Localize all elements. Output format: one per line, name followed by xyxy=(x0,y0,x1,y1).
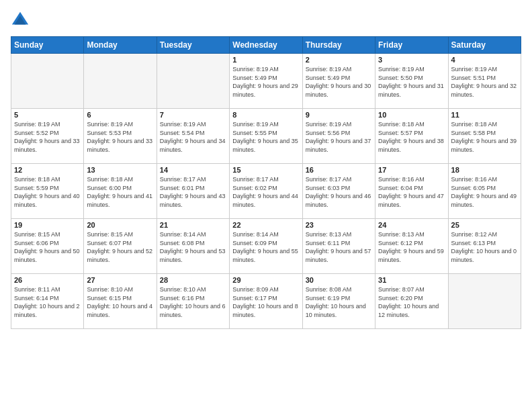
day-number: 6 xyxy=(87,111,153,119)
week-row-2: 5Sunrise: 8:19 AM Sunset: 5:52 PM Daylig… xyxy=(11,109,521,164)
day-info: Sunrise: 8:09 AM Sunset: 6:17 PM Dayligh… xyxy=(232,285,299,319)
week-row-1: 1Sunrise: 8:19 AM Sunset: 5:49 PM Daylig… xyxy=(11,54,521,109)
day-info: Sunrise: 8:19 AM Sunset: 5:55 PM Dayligh… xyxy=(232,120,299,154)
day-info: Sunrise: 8:18 AM Sunset: 5:57 PM Dayligh… xyxy=(378,120,445,154)
day-info: Sunrise: 8:18 AM Sunset: 6:00 PM Dayligh… xyxy=(87,175,153,209)
day-number: 2 xyxy=(306,56,372,64)
week-row-5: 26Sunrise: 8:11 AM Sunset: 6:14 PM Dayli… xyxy=(11,274,521,329)
day-number: 24 xyxy=(378,221,445,229)
day-number: 5 xyxy=(14,111,81,119)
weekday-header-wednesday: Wednesday xyxy=(230,37,302,54)
weekday-header-row: SundayMondayTuesdayWednesdayThursdayFrid… xyxy=(11,37,521,54)
day-number: 20 xyxy=(87,221,153,229)
day-cell: 29Sunrise: 8:09 AM Sunset: 6:17 PM Dayli… xyxy=(230,274,302,329)
day-cell: 28Sunrise: 8:10 AM Sunset: 6:16 PM Dayli… xyxy=(157,274,229,329)
day-info: Sunrise: 8:11 AM Sunset: 6:14 PM Dayligh… xyxy=(14,285,81,319)
day-cell xyxy=(84,54,157,109)
day-cell: 3Sunrise: 8:19 AM Sunset: 5:50 PM Daylig… xyxy=(375,54,448,109)
day-cell: 14Sunrise: 8:17 AM Sunset: 6:01 PM Dayli… xyxy=(157,164,229,219)
day-number: 13 xyxy=(87,166,153,174)
day-number: 26 xyxy=(14,276,81,284)
day-cell: 20Sunrise: 8:15 AM Sunset: 6:07 PM Dayli… xyxy=(84,219,157,274)
weekday-header-friday: Friday xyxy=(375,37,448,54)
day-cell: 30Sunrise: 8:08 AM Sunset: 6:19 PM Dayli… xyxy=(302,274,375,329)
day-number: 23 xyxy=(306,221,372,229)
day-cell xyxy=(157,54,229,109)
day-info: Sunrise: 8:08 AM Sunset: 6:19 PM Dayligh… xyxy=(306,285,372,319)
day-number: 7 xyxy=(160,111,226,119)
day-number: 4 xyxy=(451,56,518,64)
day-number: 25 xyxy=(451,221,518,229)
weekday-header-thursday: Thursday xyxy=(302,37,375,54)
day-info: Sunrise: 8:19 AM Sunset: 5:49 PM Dayligh… xyxy=(306,65,372,99)
day-cell: 10Sunrise: 8:18 AM Sunset: 5:57 PM Dayli… xyxy=(375,109,448,164)
day-number: 8 xyxy=(232,111,299,119)
day-cell: 23Sunrise: 8:13 AM Sunset: 6:11 PM Dayli… xyxy=(302,219,375,274)
day-number: 14 xyxy=(160,166,226,174)
day-number: 15 xyxy=(232,166,299,174)
day-number: 21 xyxy=(160,221,226,229)
weekday-header-tuesday: Tuesday xyxy=(157,37,229,54)
day-number: 16 xyxy=(306,166,372,174)
day-number: 22 xyxy=(232,221,299,229)
day-info: Sunrise: 8:12 AM Sunset: 6:13 PM Dayligh… xyxy=(451,230,518,264)
week-row-3: 12Sunrise: 8:18 AM Sunset: 5:59 PM Dayli… xyxy=(11,164,521,219)
day-info: Sunrise: 8:17 AM Sunset: 6:01 PM Dayligh… xyxy=(160,175,226,209)
header xyxy=(11,11,521,30)
day-cell: 17Sunrise: 8:16 AM Sunset: 6:04 PM Dayli… xyxy=(375,164,448,219)
day-info: Sunrise: 8:19 AM Sunset: 5:54 PM Dayligh… xyxy=(160,120,226,154)
day-info: Sunrise: 8:19 AM Sunset: 5:49 PM Dayligh… xyxy=(232,65,299,99)
calendar-table: SundayMondayTuesdayWednesdayThursdayFrid… xyxy=(11,36,521,329)
day-info: Sunrise: 8:19 AM Sunset: 5:50 PM Dayligh… xyxy=(378,65,445,99)
logo-icon xyxy=(11,11,30,30)
day-number: 31 xyxy=(378,276,445,284)
day-cell: 24Sunrise: 8:13 AM Sunset: 6:12 PM Dayli… xyxy=(375,219,448,274)
day-cell: 5Sunrise: 8:19 AM Sunset: 5:52 PM Daylig… xyxy=(11,109,84,164)
day-cell: 22Sunrise: 8:14 AM Sunset: 6:09 PM Dayli… xyxy=(230,219,302,274)
day-number: 11 xyxy=(451,111,518,119)
day-number: 28 xyxy=(160,276,226,284)
day-info: Sunrise: 8:10 AM Sunset: 6:15 PM Dayligh… xyxy=(87,285,153,319)
day-number: 19 xyxy=(14,221,81,229)
day-info: Sunrise: 8:17 AM Sunset: 6:03 PM Dayligh… xyxy=(306,175,372,209)
day-info: Sunrise: 8:18 AM Sunset: 5:58 PM Dayligh… xyxy=(451,120,518,154)
day-cell: 4Sunrise: 8:19 AM Sunset: 5:51 PM Daylig… xyxy=(448,54,521,109)
day-number: 10 xyxy=(378,111,445,119)
day-info: Sunrise: 8:10 AM Sunset: 6:16 PM Dayligh… xyxy=(160,285,226,319)
day-info: Sunrise: 8:14 AM Sunset: 6:08 PM Dayligh… xyxy=(160,230,226,264)
day-cell: 11Sunrise: 8:18 AM Sunset: 5:58 PM Dayli… xyxy=(448,109,521,164)
day-cell: 18Sunrise: 8:16 AM Sunset: 6:05 PM Dayli… xyxy=(448,164,521,219)
day-number: 27 xyxy=(87,276,153,284)
day-number: 29 xyxy=(232,276,299,284)
day-cell: 19Sunrise: 8:15 AM Sunset: 6:06 PM Dayli… xyxy=(11,219,84,274)
day-number: 17 xyxy=(378,166,445,174)
day-info: Sunrise: 8:19 AM Sunset: 5:52 PM Dayligh… xyxy=(14,120,81,154)
day-cell: 21Sunrise: 8:14 AM Sunset: 6:08 PM Dayli… xyxy=(157,219,229,274)
day-cell: 2Sunrise: 8:19 AM Sunset: 5:49 PM Daylig… xyxy=(302,54,375,109)
weekday-header-monday: Monday xyxy=(84,37,157,54)
logo xyxy=(11,11,32,30)
day-info: Sunrise: 8:15 AM Sunset: 6:07 PM Dayligh… xyxy=(87,230,153,264)
day-cell: 8Sunrise: 8:19 AM Sunset: 5:55 PM Daylig… xyxy=(230,109,302,164)
day-cell: 1Sunrise: 8:19 AM Sunset: 5:49 PM Daylig… xyxy=(230,54,302,109)
day-info: Sunrise: 8:19 AM Sunset: 5:51 PM Dayligh… xyxy=(451,65,518,99)
day-info: Sunrise: 8:07 AM Sunset: 6:20 PM Dayligh… xyxy=(378,285,445,319)
day-info: Sunrise: 8:16 AM Sunset: 6:04 PM Dayligh… xyxy=(378,175,445,209)
day-info: Sunrise: 8:13 AM Sunset: 6:12 PM Dayligh… xyxy=(378,230,445,264)
day-cell: 25Sunrise: 8:12 AM Sunset: 6:13 PM Dayli… xyxy=(448,219,521,274)
day-number: 18 xyxy=(451,166,518,174)
day-number: 12 xyxy=(14,166,81,174)
weekday-header-sunday: Sunday xyxy=(11,37,84,54)
day-info: Sunrise: 8:15 AM Sunset: 6:06 PM Dayligh… xyxy=(14,230,81,264)
day-cell: 16Sunrise: 8:17 AM Sunset: 6:03 PM Dayli… xyxy=(302,164,375,219)
page: SundayMondayTuesdayWednesdayThursdayFrid… xyxy=(0,0,532,411)
day-cell xyxy=(11,54,84,109)
day-info: Sunrise: 8:19 AM Sunset: 5:53 PM Dayligh… xyxy=(87,120,153,154)
day-cell: 26Sunrise: 8:11 AM Sunset: 6:14 PM Dayli… xyxy=(11,274,84,329)
day-number: 1 xyxy=(232,56,299,64)
day-cell: 6Sunrise: 8:19 AM Sunset: 5:53 PM Daylig… xyxy=(84,109,157,164)
day-cell: 31Sunrise: 8:07 AM Sunset: 6:20 PM Dayli… xyxy=(375,274,448,329)
day-info: Sunrise: 8:16 AM Sunset: 6:05 PM Dayligh… xyxy=(451,175,518,209)
week-row-4: 19Sunrise: 8:15 AM Sunset: 6:06 PM Dayli… xyxy=(11,219,521,274)
day-cell: 7Sunrise: 8:19 AM Sunset: 5:54 PM Daylig… xyxy=(157,109,229,164)
